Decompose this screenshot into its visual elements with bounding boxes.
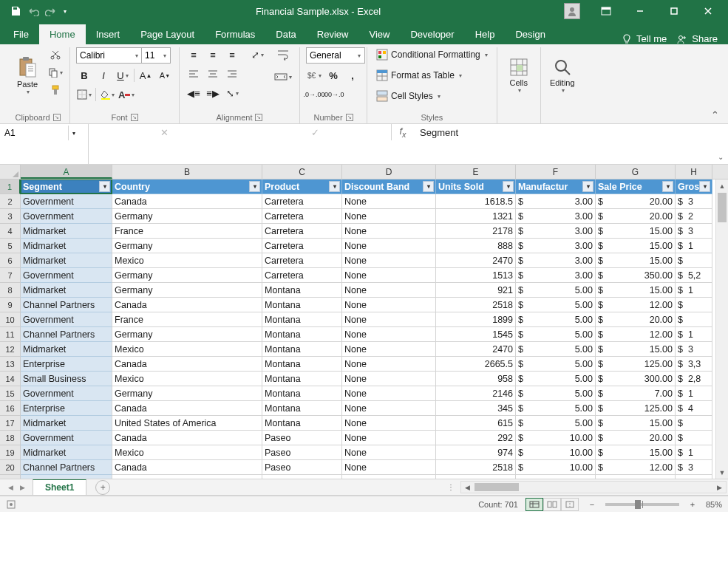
filter-button[interactable]: ▾ — [582, 181, 593, 192]
horizontal-scrollbar[interactable]: ◀ ▶ — [460, 481, 727, 493]
cell[interactable]: 345 — [436, 401, 516, 416]
row-header[interactable]: 17 — [0, 416, 21, 431]
filter-button[interactable]: ▾ — [662, 181, 673, 192]
cell[interactable]: $ — [676, 312, 712, 327]
ribbon-tab-view[interactable]: View — [358, 24, 400, 44]
cell[interactable]: None — [342, 283, 436, 298]
save-icon[interactable] — [9, 4, 22, 18]
row-header[interactable]: 9 — [0, 298, 21, 312]
row-header[interactable]: 21 — [0, 475, 21, 479]
cell[interactable]: None — [342, 209, 436, 224]
merge-center-button[interactable]: ▾ — [273, 69, 293, 84]
cell[interactable]: Government — [21, 194, 112, 209]
cell[interactable]: France — [112, 224, 262, 239]
cell[interactable]: Canada — [112, 357, 262, 372]
expand-formula-bar-icon[interactable]: ⌄ — [718, 153, 724, 161]
cell[interactable]: $ 3 — [676, 342, 712, 357]
cell[interactable]: Product▾ — [262, 179, 342, 194]
cell[interactable]: Germany — [112, 239, 262, 253]
cell[interactable]: Mexico — [112, 445, 262, 460]
number-format-select[interactable] — [306, 47, 365, 64]
cell[interactable]: Mexico — [112, 372, 262, 386]
row-header[interactable]: 3 — [0, 209, 21, 224]
cell[interactable]: $300.00 — [596, 372, 676, 386]
cell[interactable]: 1899 — [436, 312, 516, 327]
cell[interactable]: Government — [21, 209, 112, 224]
cell[interactable]: $ 5,2 — [676, 268, 712, 283]
ribbon-display-options-icon[interactable] — [589, 0, 623, 22]
normal-view-button[interactable] — [525, 498, 543, 511]
cell[interactable]: Midmarket — [21, 283, 112, 298]
cell[interactable]: Montana — [262, 372, 342, 386]
cell[interactable]: $ 4 — [676, 401, 712, 416]
cell[interactable]: Mexico — [112, 342, 262, 357]
cell[interactable]: Government — [21, 386, 112, 401]
name-box-dropdown[interactable]: ▾ — [68, 126, 78, 140]
cell[interactable]: 1513 — [436, 268, 516, 283]
cell[interactable]: $ 1 — [676, 445, 712, 460]
cell[interactable]: 615 — [436, 416, 516, 431]
row-header[interactable]: 1 — [0, 179, 21, 194]
row-header[interactable]: 12 — [0, 342, 21, 357]
fill-color-button[interactable]: ▾ — [99, 87, 115, 102]
cell[interactable]: 1321 — [436, 209, 516, 224]
column-header-F[interactable]: F — [516, 165, 596, 179]
cell[interactable]: Carretera — [262, 194, 342, 209]
cell[interactable]: Montana — [262, 298, 342, 312]
orientation-button[interactable]: ⤢▾ — [249, 47, 265, 62]
cell[interactable]: France — [112, 312, 262, 327]
cell[interactable]: $ 3 — [676, 224, 712, 239]
increase-decimal-button[interactable]: .0→.00 — [306, 87, 322, 102]
cell[interactable]: Germany — [112, 209, 262, 224]
cell[interactable]: $125.00 — [596, 357, 676, 372]
cancel-formula-icon[interactable]: ✕ — [157, 127, 171, 138]
cell[interactable]: United States of America — [112, 416, 262, 431]
cell[interactable]: 292 — [436, 431, 516, 445]
cell[interactable]: None — [342, 431, 436, 445]
cell[interactable]: None — [342, 342, 436, 357]
cell[interactable]: Montana — [262, 327, 342, 342]
cell[interactable]: 974 — [436, 445, 516, 460]
formula-input[interactable]: Segment ⌄ — [414, 124, 728, 164]
cell[interactable]: $20.00 — [596, 312, 676, 327]
cell[interactable]: Enterprise — [21, 357, 112, 372]
cell[interactable]: None — [342, 194, 436, 209]
row-header[interactable]: 18 — [0, 431, 21, 445]
cell[interactable]: $ 3 — [676, 460, 712, 475]
cell[interactable]: Enterprise — [21, 401, 112, 416]
account-avatar[interactable] — [564, 3, 580, 19]
cell[interactable]: $10.00 — [516, 475, 596, 479]
new-sheet-button[interactable]: + — [95, 480, 110, 495]
decrease-indent-button[interactable]: ◀≡ — [186, 86, 202, 100]
row-header[interactable]: 14 — [0, 372, 21, 386]
row-header[interactable]: 5 — [0, 239, 21, 253]
align-bottom-button[interactable]: ≡ — [224, 47, 240, 62]
cell[interactable]: $15.00 — [596, 224, 676, 239]
cell[interactable]: Gross▾ — [676, 179, 712, 194]
cell[interactable]: $7.00 — [596, 386, 676, 401]
cell[interactable]: $5.00 — [516, 357, 596, 372]
cell[interactable]: None — [342, 386, 436, 401]
cell[interactable]: Montana — [262, 401, 342, 416]
cell[interactable]: $ — [676, 253, 712, 268]
cell[interactable]: $15.00 — [596, 342, 676, 357]
cell[interactable]: Canada — [112, 460, 262, 475]
column-header-B[interactable]: B — [112, 165, 262, 179]
page-break-view-button[interactable] — [561, 498, 579, 511]
filter-button[interactable]: ▾ — [423, 181, 434, 192]
enter-formula-icon[interactable]: ✓ — [308, 127, 323, 138]
ribbon-tab-formulas[interactable]: Formulas — [205, 24, 265, 44]
cell[interactable]: 921 — [436, 283, 516, 298]
row-header[interactable]: 16 — [0, 401, 21, 416]
cell[interactable]: $10.00 — [516, 445, 596, 460]
zoom-out-button[interactable]: − — [586, 499, 598, 510]
name-box-input[interactable] — [1, 126, 68, 140]
cell[interactable]: $10.00 — [516, 431, 596, 445]
ribbon-tab-home[interactable]: Home — [39, 24, 86, 44]
cell[interactable]: Segment▾ — [21, 179, 112, 194]
cell[interactable]: Units Sold▾ — [436, 179, 516, 194]
grid-body[interactable]: 1Segment▾Country▾Product▾Discount Band▾U… — [0, 179, 728, 479]
cell[interactable]: Paseo — [262, 431, 342, 445]
font-size-input[interactable] — [141, 47, 171, 64]
cell[interactable]: Montana — [262, 283, 342, 298]
